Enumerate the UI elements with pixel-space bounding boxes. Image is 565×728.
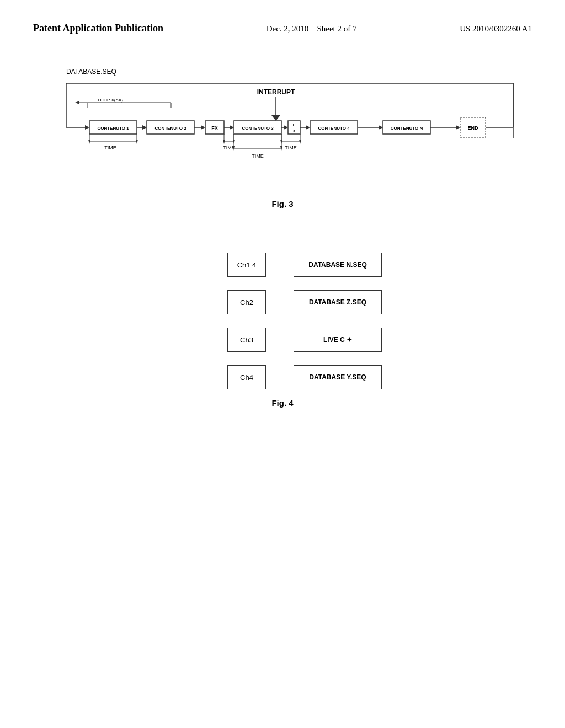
db3-label: LIVE C ✦: [323, 336, 352, 344]
svg-marker-33: [306, 125, 310, 130]
fig4-row-2: Ch2 DATABASE Z.SEQ: [227, 290, 382, 314]
svg-text:END: END: [467, 125, 478, 131]
svg-text:X: X: [293, 129, 296, 133]
page-header: Patent Application Publication Dec. 2, 2…: [33, 22, 532, 35]
fig4-grid: Ch1 4 DATABASE N.SEQ Ch2 DATABASE Z.SEQ …: [227, 253, 382, 389]
svg-text:F: F: [293, 123, 296, 127]
sheet-info: Sheet 2 of 7: [317, 24, 356, 33]
svg-text:TIME: TIME: [223, 145, 235, 151]
svg-marker-4: [271, 115, 280, 121]
ch4-box: Ch4: [227, 365, 266, 389]
fig4-row-4: Ch4 DATABASE Y.SEQ: [227, 365, 382, 389]
db-seq-label: DATABASE.SEQ: [66, 68, 532, 76]
db2-label: DATABASE Z.SEQ: [309, 298, 366, 306]
ch3-label: Ch3: [240, 336, 253, 344]
db1-box: DATABASE N.SEQ: [294, 253, 382, 277]
ch4-label: Ch4: [240, 373, 253, 382]
page: Patent Application Publication Dec. 2, 2…: [0, 0, 565, 728]
ch1-label: Ch1 4: [237, 261, 257, 269]
svg-text:TIME: TIME: [285, 145, 297, 151]
svg-marker-12: [85, 125, 89, 130]
svg-text:CONTENUTO N: CONTENUTO N: [391, 126, 423, 131]
db2-box: DATABASE Z.SEQ: [294, 290, 382, 314]
publication-date: Dec. 2, 2010: [266, 24, 309, 33]
db4-box: DATABASE Y.SEQ: [294, 365, 382, 389]
svg-marker-24: [230, 125, 234, 130]
svg-text:CONTENUTO 3: CONTENUTO 3: [242, 126, 274, 131]
fig4-row-3: Ch3 LIVE C ✦: [227, 328, 382, 352]
svg-text:TIME: TIME: [104, 145, 116, 151]
svg-text:TIME: TIME: [252, 153, 264, 159]
ch2-label: Ch2: [240, 298, 253, 307]
svg-text:LOOP X(ΔX): LOOP X(ΔX): [98, 98, 123, 103]
svg-marker-16: [142, 125, 147, 130]
svg-marker-20: [201, 125, 205, 130]
ch3-box: Ch3: [227, 328, 266, 352]
fig4-caption: Fig. 4: [271, 398, 293, 408]
publication-date-sheet: Dec. 2, 2010 Sheet 2 of 7: [266, 24, 357, 34]
svg-text:CONTENUTO 2: CONTENUTO 2: [154, 126, 186, 131]
fig3-section: DATABASE.SEQ INTERRUPT LOOP X(ΔX): [33, 68, 532, 208]
fig4-section: Ch1 4 DATABASE N.SEQ Ch2 DATABASE Z.SEQ …: [33, 253, 532, 408]
svg-text:INTERRUPT: INTERRUPT: [257, 88, 295, 96]
svg-marker-28: [284, 125, 288, 130]
svg-marker-41: [456, 125, 460, 130]
fig3-diagram: INTERRUPT LOOP X(ΔX) CONTENUTO 1: [61, 78, 535, 194]
svg-text:FX: FX: [211, 125, 218, 131]
ch2-box: Ch2: [227, 290, 266, 314]
svg-marker-9: [75, 101, 79, 104]
svg-text:CONTENUTO 1: CONTENUTO 1: [97, 126, 129, 131]
patent-number: US 2010/0302260 A1: [460, 24, 532, 34]
db3-box: LIVE C ✦: [294, 328, 382, 352]
ch1-box: Ch1 4: [227, 253, 266, 277]
db4-label: DATABASE Y.SEQ: [309, 373, 366, 381]
fig3-caption: Fig. 3: [33, 199, 532, 208]
db1-label: DATABASE N.SEQ: [308, 261, 367, 269]
publication-title: Patent Application Publication: [33, 22, 163, 35]
svg-text:CONTENUTO 4: CONTENUTO 4: [318, 126, 350, 131]
fig4-row-1: Ch1 4 DATABASE N.SEQ: [227, 253, 382, 277]
svg-marker-37: [379, 125, 383, 130]
